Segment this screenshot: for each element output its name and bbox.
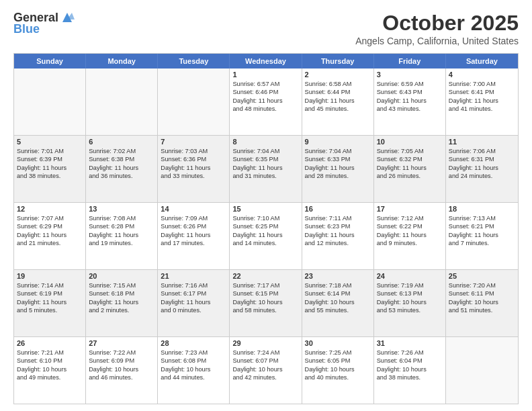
day-number: 11 — [449, 138, 515, 146]
calendar-cell-day-6: 6Sunrise: 7:02 AM Sunset: 6:38 PM Daylig… — [86, 136, 158, 202]
day-info: Sunrise: 7:23 AM Sunset: 6:08 PM Dayligh… — [161, 349, 226, 382]
day-number: 25 — [449, 272, 515, 280]
calendar-cell-day-9: 9Sunrise: 7:04 AM Sunset: 6:33 PM Daylig… — [302, 136, 374, 202]
location-title: Angels Camp, California, United States — [355, 36, 519, 46]
weekday-header-tuesday: Tuesday — [158, 54, 230, 68]
calendar-row: 12Sunrise: 7:07 AM Sunset: 6:29 PM Dayli… — [14, 203, 518, 270]
day-number: 1 — [232, 71, 298, 79]
calendar-cell-day-5: 5Sunrise: 7:01 AM Sunset: 6:39 PM Daylig… — [14, 136, 86, 202]
calendar-cell-day-16: 16Sunrise: 7:11 AM Sunset: 6:23 PM Dayli… — [302, 203, 374, 269]
day-info: Sunrise: 7:20 AM Sunset: 6:11 PM Dayligh… — [449, 281, 515, 315]
day-info: Sunrise: 7:22 AM Sunset: 6:09 PM Dayligh… — [89, 349, 154, 382]
calendar-header: SundayMondayTuesdayWednesdayThursdayFrid… — [14, 54, 518, 68]
calendar-cell-day-31: 31Sunrise: 7:26 AM Sunset: 6:04 PM Dayli… — [374, 337, 446, 404]
day-info: Sunrise: 7:05 AM Sunset: 6:32 PM Dayligh… — [377, 147, 443, 181]
day-info: Sunrise: 7:00 AM Sunset: 6:41 PM Dayligh… — [449, 80, 515, 113]
day-number: 20 — [89, 272, 154, 280]
day-info: Sunrise: 7:25 AM Sunset: 6:05 PM Dayligh… — [305, 349, 371, 382]
day-info: Sunrise: 6:57 AM Sunset: 6:46 PM Dayligh… — [232, 80, 298, 113]
calendar-row: 19Sunrise: 7:14 AM Sunset: 6:19 PM Dayli… — [14, 270, 518, 337]
weekday-header-saturday: Saturday — [446, 54, 518, 68]
day-info: Sunrise: 7:16 AM Sunset: 6:17 PM Dayligh… — [161, 281, 226, 315]
calendar-cell-day-2: 2Sunrise: 6:58 AM Sunset: 6:44 PM Daylig… — [302, 68, 374, 135]
calendar-cell-day-23: 23Sunrise: 7:18 AM Sunset: 6:14 PM Dayli… — [302, 270, 374, 336]
day-info: Sunrise: 7:11 AM Sunset: 6:23 PM Dayligh… — [305, 214, 371, 248]
day-number: 5 — [17, 138, 83, 146]
day-number: 28 — [161, 339, 226, 347]
calendar-cell-empty — [158, 68, 230, 135]
calendar-cell-day-24: 24Sunrise: 7:19 AM Sunset: 6:13 PM Dayli… — [374, 270, 446, 336]
calendar-cell-day-22: 22Sunrise: 7:17 AM Sunset: 6:15 PM Dayli… — [230, 270, 302, 336]
day-number: 19 — [17, 272, 83, 280]
calendar-cell-day-13: 13Sunrise: 7:08 AM Sunset: 6:28 PM Dayli… — [86, 203, 158, 269]
day-info: Sunrise: 7:06 AM Sunset: 6:31 PM Dayligh… — [449, 147, 515, 181]
calendar-cell-day-20: 20Sunrise: 7:15 AM Sunset: 6:18 PM Dayli… — [86, 270, 158, 336]
day-info: Sunrise: 7:17 AM Sunset: 6:15 PM Dayligh… — [232, 281, 298, 315]
calendar-row: 5Sunrise: 7:01 AM Sunset: 6:39 PM Daylig… — [14, 136, 518, 203]
day-number: 26 — [17, 339, 83, 347]
calendar-cell-day-15: 15Sunrise: 7:10 AM Sunset: 6:25 PM Dayli… — [230, 203, 302, 269]
day-info: Sunrise: 7:14 AM Sunset: 6:19 PM Dayligh… — [17, 281, 83, 315]
day-number: 18 — [449, 205, 515, 213]
day-info: Sunrise: 7:09 AM Sunset: 6:26 PM Dayligh… — [161, 214, 226, 248]
day-info: Sunrise: 7:08 AM Sunset: 6:28 PM Dayligh… — [89, 214, 154, 248]
day-number: 27 — [89, 339, 154, 347]
calendar-cell-empty — [446, 337, 518, 404]
day-number: 31 — [377, 339, 443, 347]
day-number: 23 — [305, 272, 371, 280]
day-number: 30 — [305, 339, 371, 347]
day-info: Sunrise: 7:04 AM Sunset: 6:35 PM Dayligh… — [232, 147, 298, 181]
month-title: October 2025 — [355, 11, 519, 36]
day-info: Sunrise: 7:03 AM Sunset: 6:36 PM Dayligh… — [161, 147, 226, 181]
day-info: Sunrise: 6:59 AM Sunset: 6:43 PM Dayligh… — [377, 80, 443, 113]
day-number: 3 — [377, 71, 443, 79]
calendar-cell-day-10: 10Sunrise: 7:05 AM Sunset: 6:32 PM Dayli… — [374, 136, 446, 202]
day-number: 10 — [377, 138, 443, 146]
day-info: Sunrise: 7:24 AM Sunset: 6:07 PM Dayligh… — [232, 349, 298, 382]
calendar-cell-day-21: 21Sunrise: 7:16 AM Sunset: 6:17 PM Dayli… — [158, 270, 230, 336]
calendar-cell-day-14: 14Sunrise: 7:09 AM Sunset: 6:26 PM Dayli… — [158, 203, 230, 269]
calendar-cell-day-30: 30Sunrise: 7:25 AM Sunset: 6:05 PM Dayli… — [302, 337, 374, 404]
calendar-cell-day-1: 1Sunrise: 6:57 AM Sunset: 6:46 PM Daylig… — [230, 68, 302, 135]
day-number: 22 — [232, 272, 298, 280]
day-number: 16 — [305, 205, 371, 213]
day-number: 6 — [89, 138, 154, 146]
calendar-cell-day-8: 8Sunrise: 7:04 AM Sunset: 6:35 PM Daylig… — [230, 136, 302, 202]
logo: General Blue — [13, 11, 75, 36]
calendar-cell-empty — [86, 68, 158, 135]
weekday-header-wednesday: Wednesday — [230, 54, 302, 68]
day-info: Sunrise: 7:02 AM Sunset: 6:38 PM Dayligh… — [89, 147, 154, 181]
calendar-row: 1Sunrise: 6:57 AM Sunset: 6:46 PM Daylig… — [14, 68, 518, 136]
day-number: 15 — [232, 205, 298, 213]
weekday-header-monday: Monday — [86, 54, 158, 68]
day-number: 29 — [232, 339, 298, 347]
calendar-cell-day-11: 11Sunrise: 7:06 AM Sunset: 6:31 PM Dayli… — [446, 136, 518, 202]
calendar-cell-day-26: 26Sunrise: 7:21 AM Sunset: 6:10 PM Dayli… — [14, 337, 86, 404]
day-number: 7 — [161, 138, 226, 146]
calendar-cell-day-25: 25Sunrise: 7:20 AM Sunset: 6:11 PM Dayli… — [446, 270, 518, 336]
day-number: 24 — [377, 272, 443, 280]
logo-text-blue: Blue — [13, 22, 40, 36]
day-number: 4 — [449, 71, 515, 79]
calendar-cell-day-7: 7Sunrise: 7:03 AM Sunset: 6:36 PM Daylig… — [158, 136, 230, 202]
day-info: Sunrise: 7:01 AM Sunset: 6:39 PM Dayligh… — [17, 147, 83, 181]
calendar: SundayMondayTuesdayWednesdayThursdayFrid… — [13, 53, 519, 404]
calendar-cell-day-28: 28Sunrise: 7:23 AM Sunset: 6:08 PM Dayli… — [158, 337, 230, 404]
day-info: Sunrise: 7:26 AM Sunset: 6:04 PM Dayligh… — [377, 349, 443, 382]
day-number: 8 — [232, 138, 298, 146]
logo-icon — [60, 10, 75, 25]
calendar-cell-day-4: 4Sunrise: 7:00 AM Sunset: 6:41 PM Daylig… — [446, 68, 518, 135]
day-number: 13 — [89, 205, 154, 213]
day-number: 12 — [17, 205, 83, 213]
calendar-cell-day-29: 29Sunrise: 7:24 AM Sunset: 6:07 PM Dayli… — [230, 337, 302, 404]
calendar-cell-day-17: 17Sunrise: 7:12 AM Sunset: 6:22 PM Dayli… — [374, 203, 446, 269]
day-info: Sunrise: 7:04 AM Sunset: 6:33 PM Dayligh… — [305, 147, 371, 181]
page: General Blue October 2025 Angels Camp, C… — [0, 0, 532, 411]
weekday-header-friday: Friday — [374, 54, 446, 68]
day-info: Sunrise: 7:12 AM Sunset: 6:22 PM Dayligh… — [377, 214, 443, 248]
calendar-cell-day-3: 3Sunrise: 6:59 AM Sunset: 6:43 PM Daylig… — [374, 68, 446, 135]
calendar-cell-day-18: 18Sunrise: 7:13 AM Sunset: 6:21 PM Dayli… — [446, 203, 518, 269]
day-info: Sunrise: 6:58 AM Sunset: 6:44 PM Dayligh… — [305, 80, 371, 113]
weekday-header-thursday: Thursday — [302, 54, 374, 68]
day-info: Sunrise: 7:07 AM Sunset: 6:29 PM Dayligh… — [17, 214, 83, 248]
